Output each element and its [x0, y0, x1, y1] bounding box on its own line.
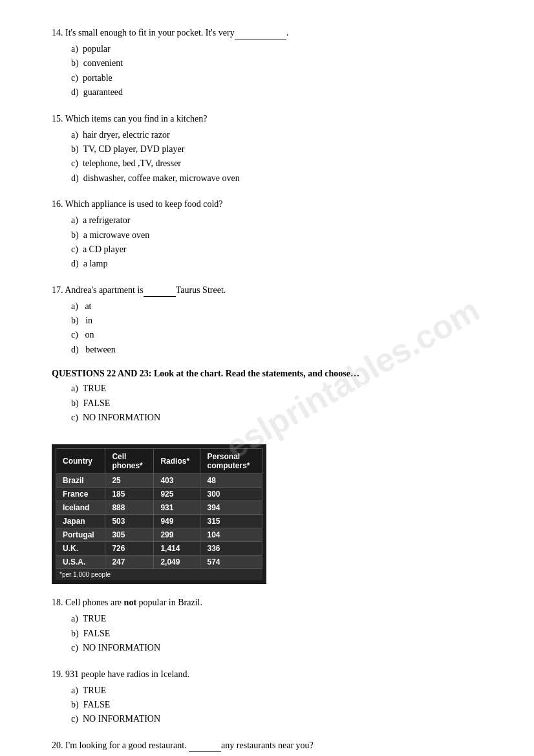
not-bold: not	[124, 598, 136, 607]
question-17: 17. Andrea's apartment isTaurus Street. …	[52, 283, 482, 358]
option-15b: b) TV, CD player, DVD player	[71, 142, 482, 157]
option-19a: a) TRUE	[71, 684, 482, 698]
chart-cell: Brazil	[56, 474, 105, 488]
question-18-text: 18. Cell phones are not popular in Brazi…	[52, 596, 482, 609]
blank-17	[144, 296, 176, 297]
option-15d: d) dishwasher, coffee maker, microwave o…	[71, 171, 482, 186]
chart-cell: 925	[154, 488, 200, 501]
option-16d: d) a lamp	[71, 257, 482, 271]
chart-cell: 104	[200, 528, 262, 542]
option-14d: d) guaranteed	[71, 85, 482, 100]
question-15-options: a) hair dryer, electric razor b) TV, CD …	[52, 128, 482, 186]
question-14: 14. It's small enough to fit in your poc…	[52, 26, 482, 100]
chart-cell: 726	[105, 542, 154, 556]
question-16: 16. Which appliance is used to keep food…	[52, 197, 482, 272]
chart-cell: U.K.	[56, 542, 105, 556]
option-19b: b) FALSE	[71, 698, 482, 712]
question-16-text: 16. Which appliance is used to keep food…	[52, 197, 482, 211]
option-16b: b) a microwave oven	[71, 228, 482, 243]
question-18: 18. Cell phones are not popular in Brazi…	[52, 596, 482, 655]
chart-cell: 185	[105, 488, 154, 501]
chart-cell: 2,049	[154, 556, 200, 569]
chart-outer: Country Cellphones* Radios* Personalcomp…	[52, 444, 266, 584]
chart-row: Portugal305299104	[56, 528, 262, 542]
blank-14	[235, 39, 286, 39]
question-14-text: 14. It's small enough to fit in your poc…	[52, 26, 482, 39]
chart-cell: 931	[154, 501, 200, 515]
chart-row: France185925300	[56, 488, 262, 501]
chart-cell: 394	[200, 501, 262, 515]
chart-cell: 949	[154, 515, 200, 528]
question-14-options: a) popular b) convenient c) portable d) …	[52, 42, 482, 100]
chart-cell: 403	[154, 474, 200, 488]
section-header-text: QUESTIONS 22 AND 23: Look at the chart. …	[52, 369, 482, 379]
chart-row: U.K.7261,414336	[56, 542, 262, 556]
option-15a: a) hair dryer, electric razor	[71, 128, 482, 142]
chart-cell: France	[56, 488, 105, 501]
option-17d: d) between	[71, 343, 482, 357]
chart-table: Country Cellphones* Radios* Personalcomp…	[56, 448, 262, 569]
question-20: 20. I'm looking for a good restaurant. a…	[52, 739, 482, 756]
chart-col-pc: Personalcomputers*	[200, 449, 262, 474]
option-17a: a) at	[71, 299, 482, 314]
option-18c: c) NO INFORMATION	[71, 641, 482, 655]
chart-header-row: Country Cellphones* Radios* Personalcomp…	[56, 449, 262, 474]
chart-cell: 503	[105, 515, 154, 528]
option-14c: c) portable	[71, 71, 482, 85]
chart-row: U.S.A.2472,049574	[56, 556, 262, 569]
option-14b: b) convenient	[71, 56, 482, 70]
chart-cell: Iceland	[56, 501, 105, 515]
option-19c: c) NO INFORMATION	[71, 712, 482, 726]
chart-cell: 315	[200, 515, 262, 528]
question-17-options: a) at b) in c) on d) between	[52, 299, 482, 358]
option-18a: a) TRUE	[71, 612, 482, 626]
chart-col-country: Country	[56, 449, 105, 474]
section-22-23: QUESTIONS 22 AND 23: Look at the chart. …	[52, 369, 482, 425]
chart-cell: 336	[200, 542, 262, 556]
chart-cell: Japan	[56, 515, 105, 528]
chart-cell: 300	[200, 488, 262, 501]
option-18b: b) FALSE	[71, 627, 482, 641]
section-option-b: b) FALSE	[71, 396, 482, 411]
chart-cell: 48	[200, 474, 262, 488]
question-19-options: a) TRUE b) FALSE c) NO INFORMATION	[52, 684, 482, 727]
chart-col-radios: Radios*	[154, 449, 200, 474]
section-header-options: a) TRUE b) FALSE c) NO INFORMATION	[52, 382, 482, 425]
option-17b: b) in	[71, 314, 482, 328]
question-19: 19. 931 people have radios in Iceland. a…	[52, 667, 482, 727]
chart-row: Iceland888931394	[56, 501, 262, 515]
data-chart: Country Cellphones* Radios* Personalcomp…	[52, 444, 266, 584]
question-19-text: 19. 931 people have radios in Iceland.	[52, 667, 482, 681]
chart-row: Japan503949315	[56, 515, 262, 528]
question-18-options: a) TRUE b) FALSE c) NO INFORMATION	[52, 612, 482, 655]
question-17-text: 17. Andrea's apartment isTaurus Street.	[52, 283, 482, 297]
chart-cell: 574	[200, 556, 262, 569]
question-15-text: 15. Which items can you find in a kitche…	[52, 112, 482, 125]
chart-cell: 299	[154, 528, 200, 542]
chart-cell: U.S.A.	[56, 556, 105, 569]
section-option-a: a) TRUE	[71, 382, 482, 396]
chart-cell: 888	[105, 501, 154, 515]
chart-note: *per 1,000 people	[56, 569, 262, 580]
chart-row: Brazil2540348	[56, 474, 262, 488]
option-16a: a) a refrigerator	[71, 213, 482, 228]
chart-cell: 247	[105, 556, 154, 569]
option-17c: c) on	[71, 328, 482, 342]
chart-cell: Portugal	[56, 528, 105, 542]
question-15: 15. Which items can you find in a kitche…	[52, 112, 482, 186]
chart-col-cell: Cellphones*	[105, 449, 154, 474]
question-20-text: 20. I'm looking for a good restaurant. a…	[52, 739, 482, 752]
question-16-options: a) a refrigerator b) a microwave oven c)…	[52, 213, 482, 272]
chart-cell: 1,414	[154, 542, 200, 556]
option-15c: c) telephone, bed ,TV, dresser	[71, 157, 482, 171]
blank-20	[189, 751, 221, 752]
section-option-c: c) NO INFORMATION	[71, 411, 482, 425]
option-16c: c) a CD player	[71, 243, 482, 257]
chart-cell: 305	[105, 528, 154, 542]
option-14a: a) popular	[71, 42, 482, 56]
chart-cell: 25	[105, 474, 154, 488]
